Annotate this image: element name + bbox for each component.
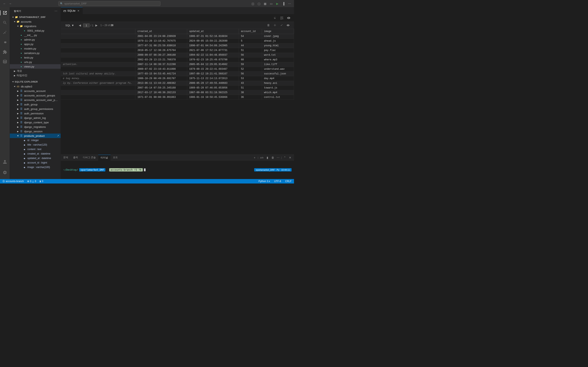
table-row[interactable]: e bag money. 1986-10-29 00:49:26.691707 … bbox=[61, 76, 294, 81]
table-row[interactable]: 2007-05-14 07:59:25.345168 1989-05-20 07… bbox=[61, 86, 294, 90]
col-icon-2: ◆ bbox=[23, 143, 26, 146]
tab-icon: 🗃 bbox=[63, 9, 66, 12]
activity-run-debug[interactable] bbox=[0, 37, 10, 47]
activity-search[interactable] bbox=[0, 18, 10, 27]
nav-back-button[interactable]: ← bbox=[2, 1, 7, 6]
layout-grid-button[interactable]: ▦ bbox=[263, 1, 268, 6]
run-button[interactable]: ▶ bbox=[275, 1, 280, 6]
urls-py-item[interactable]: ● urls.py bbox=[10, 60, 61, 64]
git-branch-label: accounts-branch bbox=[6, 180, 24, 183]
table-row[interactable]: 2000-09-07 08:30:27.366160 1994-02-22 11… bbox=[61, 53, 294, 58]
table-row[interactable]: 2017-03-17 10:40:30.282133 1987-09-08 03… bbox=[61, 90, 294, 95]
table-row[interactable]: 2001-04-05 23:24:00.239939 1986-07-31 01… bbox=[61, 34, 294, 39]
tab-output[interactable]: 출력 bbox=[71, 155, 80, 160]
more-terminal-button[interactable]: ⋯ bbox=[276, 155, 280, 160]
table-row[interactable]: attention. 2007-11-14 08:38:37.512288 20… bbox=[61, 62, 294, 67]
layout-expand-button[interactable]: ▭ bbox=[269, 1, 274, 6]
table-row[interactable]: tch last cultural and money ability. 197… bbox=[61, 72, 294, 76]
info-item[interactable]: ⧗ 0 bbox=[39, 180, 44, 183]
trash-terminal-button[interactable]: 🗑 bbox=[270, 155, 275, 160]
refresh-button[interactable] bbox=[272, 15, 278, 21]
auth-group-perms-table[interactable]: ▶ ☰ auth_group_permissions bbox=[10, 107, 61, 111]
activity-database[interactable] bbox=[0, 57, 10, 67]
layout-split-button[interactable]: ▢ bbox=[256, 1, 261, 6]
eye-button[interactable] bbox=[285, 23, 291, 28]
nav-forward-button[interactable]: → bbox=[8, 1, 13, 6]
activity-explorer[interactable] bbox=[0, 8, 10, 18]
errors-item[interactable]: ⊗ 0 △ 0 bbox=[26, 180, 37, 183]
git-branch-item[interactable]: Ⓢ accounts-branch bbox=[2, 180, 25, 183]
next-page-button[interactable]: ▶ bbox=[94, 23, 99, 27]
tab-close-button[interactable]: ✕ bbox=[77, 9, 80, 12]
accounts-folder[interactable]: ▼ 📁 accounts bbox=[10, 19, 61, 24]
table-row[interactable]: 2002-03-29 13:15:21.766378 1970-02-23 10… bbox=[61, 58, 294, 62]
prev-page-button[interactable]: ◀ bbox=[78, 23, 82, 27]
django-admin-log-table[interactable]: ▶ ☰ django_admin_log bbox=[10, 116, 61, 120]
serializers-py-label: serializers.py bbox=[24, 52, 59, 55]
table-row[interactable]: 2009-07-02 23:10:43.011008 1979-09-15 20… bbox=[61, 67, 294, 72]
django-session-table[interactable]: ▶ ☰ django_session bbox=[10, 129, 61, 133]
add-row-button[interactable] bbox=[272, 23, 278, 28]
views-py-item[interactable]: ● views.py bbox=[10, 64, 61, 69]
close-panel-button[interactable]: ✕ bbox=[288, 155, 292, 160]
data-table-wrapper[interactable]: created_at updated_at account_id image 2… bbox=[61, 29, 294, 155]
tab-problems[interactable]: 문제 bbox=[61, 155, 71, 160]
auth-group-table[interactable]: ▶ ☰ auth_group bbox=[10, 102, 61, 107]
django-content-type-table[interactable]: ▶ ☰ django_content_type bbox=[10, 120, 61, 125]
split-editor-button[interactable]: ▐ bbox=[281, 1, 286, 6]
table-row[interactable]: 2010-05-17 12:38:28.675704 2021-07-06 17… bbox=[61, 48, 294, 53]
sql-dropdown-button[interactable]: SQL ▼ bbox=[64, 24, 75, 27]
view-button[interactable] bbox=[286, 15, 292, 21]
overview-item[interactable]: ▶ 개요 bbox=[10, 69, 61, 73]
timeline-item[interactable]: ▶ 타임라인 bbox=[10, 73, 61, 78]
accounts-account-user-perms-table[interactable]: ▶ ☰ accounts_account_user_permissions bbox=[10, 98, 61, 102]
tests-py-item[interactable]: ● tests.py bbox=[10, 55, 61, 60]
admin-py-item[interactable]: ● admin.py bbox=[10, 37, 61, 42]
table-row[interactable]: 1977-07-31 08:25:59.038618 1990-07-01 04… bbox=[61, 43, 294, 48]
page-input[interactable] bbox=[83, 24, 90, 27]
collapse-panel-button[interactable]: ⌃ bbox=[283, 155, 287, 160]
auth-permission-table[interactable]: ▶ ☰ auth_permission bbox=[10, 111, 61, 116]
models-py-item[interactable]: ● models.py bbox=[10, 46, 61, 51]
activity-source-control[interactable] bbox=[0, 27, 10, 37]
py-file-icon: ● bbox=[23, 29, 26, 32]
table-expand-icon[interactable]: ↗ bbox=[57, 134, 59, 137]
layout-toggle-button[interactable]: ◫ bbox=[250, 1, 255, 6]
zsh-label[interactable]: zsh bbox=[259, 155, 264, 160]
activity-accounts[interactable] bbox=[0, 157, 10, 167]
encoding-status[interactable]: UTF-8 bbox=[273, 180, 282, 183]
accounts-account-groups-table[interactable]: ▶ ☰ accounts_account_groups bbox=[10, 93, 61, 98]
status-right: Python 3.x UTF-8 CRLF bbox=[258, 180, 292, 183]
accounts-account-table[interactable]: ▶ ☰ accounts_account bbox=[10, 89, 61, 93]
activity-extensions[interactable] bbox=[0, 47, 10, 57]
products-product-table[interactable]: ▼ ☰ products_product ↗ bbox=[10, 133, 61, 138]
project-root[interactable]: ▼ 📁 SPARTAMARKET_DRF bbox=[10, 15, 61, 19]
sidebar-more-button[interactable]: ⋯ bbox=[54, 9, 58, 13]
table-row[interactable]: 1971-07-01 00:08:30.991063 1986-01-16 10… bbox=[61, 95, 294, 100]
eol-status[interactable]: CRLF bbox=[285, 180, 292, 183]
format-button[interactable] bbox=[279, 15, 285, 21]
tab-terminal[interactable]: 티미널 bbox=[98, 155, 111, 160]
python-status[interactable]: Python 3.x bbox=[258, 180, 271, 183]
serializers-py-item[interactable]: ● serializers.py bbox=[10, 51, 61, 55]
apps-py-item[interactable]: ● apps.py bbox=[10, 42, 61, 46]
table-row[interactable]: 1979-11-20 13:18:42.767675 2024-09-05 15… bbox=[61, 39, 294, 43]
table-row[interactable]: ly by. Conference either government prog… bbox=[61, 81, 294, 86]
sqlite-tab[interactable]: 🗃 SQLite ✕ bbox=[61, 7, 83, 14]
init-py-item[interactable]: ● __init__.py bbox=[10, 33, 61, 37]
more-actions-button[interactable]: ⋯ bbox=[287, 1, 292, 6]
tab-debug-console[interactable]: 디버그 콘솔 bbox=[80, 155, 98, 160]
tab-ports[interactable]: 포트 bbox=[111, 155, 120, 160]
migrations-folder[interactable]: ▼ 📁 migrations bbox=[10, 24, 61, 28]
db-sqlite3-item[interactable]: ▼ 🗃 db.sqlite3 bbox=[10, 84, 61, 89]
delete-rows-button[interactable] bbox=[266, 23, 271, 28]
split-terminal-button[interactable]: ▮ bbox=[265, 155, 270, 160]
save-changes-button[interactable] bbox=[279, 23, 284, 28]
sqlite-explorer-header[interactable]: ▼ SQLITE EXPLORER bbox=[10, 79, 61, 84]
new-terminal-button[interactable]: + bbox=[252, 155, 257, 160]
activity-settings[interactable] bbox=[0, 167, 10, 177]
cell-updated-at: 2021-07-06 17:52:24.077731 bbox=[187, 48, 239, 53]
django-migrations-table[interactable]: ▶ ☰ django_migrations bbox=[10, 125, 61, 129]
search-input[interactable] bbox=[58, 1, 160, 6]
initial-py-item[interactable]: ● 0001_initial.py bbox=[10, 28, 61, 33]
